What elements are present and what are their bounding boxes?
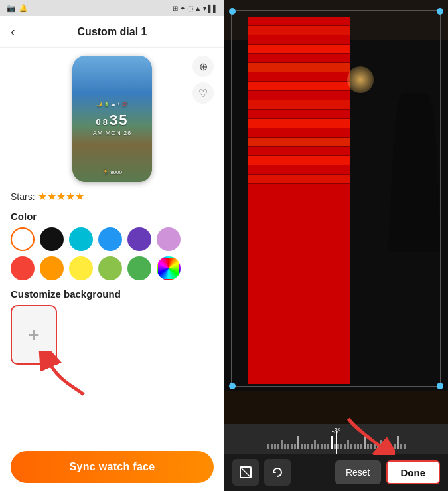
color-red[interactable] [11,256,35,280]
favorite-button[interactable]: ♡ [192,82,214,104]
watch-face-preview: 🌙 🔋 ☁ ✦ 💯 0835 AM MON 26 🏃 8000 [72,56,152,182]
main-content: 🌙 🔋 ☁ ✦ 💯 0835 AM MON 26 🏃 8000 ⊕ ♡ Sta [0,48,224,446]
color-blue[interactable] [98,227,122,251]
color-cyan[interactable] [69,227,93,251]
right-panel: -3° [224,0,448,491]
color-lavender[interactable] [157,227,181,251]
watch-steps: 🏃 8000 [102,169,122,175]
color-section: Color [11,211,214,280]
color-yellow[interactable] [69,256,93,280]
watch-preview-section: 🌙 🔋 ☁ ✦ 💯 0835 AM MON 26 🏃 8000 ⊕ ♡ [11,56,214,182]
color-black[interactable] [40,227,64,251]
done-button[interactable]: Done [386,460,441,484]
color-lime[interactable] [98,256,122,280]
color-green[interactable] [127,256,151,280]
watch-ampm-day: AM MON 26 [93,130,132,136]
person-silhouette [388,93,441,252]
photo-background [224,0,448,424]
preview-actions: ⊕ ♡ [192,56,214,104]
status-bar: 📷🔔 ⊞ ✦ ⬚ ▲ ▾ ▌▌ [0,0,224,16]
add-icon: + [28,324,40,346]
status-left-icons: 📷🔔 [7,4,28,13]
reset-button[interactable]: Reset [335,460,381,484]
watch-time-display: 0835 [96,110,129,128]
status-right-icons: ⊞ ✦ ⬚ ▲ ▾ ▌▌ [173,5,218,12]
svg-line-2 [240,467,251,478]
app-header: ‹ Custom dial 1 [0,16,224,48]
page-title: Custom dial 1 [78,26,147,38]
color-grid [11,227,214,280]
rotate-icon [271,466,284,479]
angle-ruler: -3° [224,424,448,454]
angle-line [336,431,337,454]
back-button[interactable]: ‹ [8,21,18,42]
color-white[interactable] [11,227,35,251]
stars-section: Stars: ★★★★★ [11,190,214,203]
red-blinds-area [248,17,350,384]
color-rainbow[interactable] [157,256,181,280]
crop-tool-button[interactable] [232,459,259,486]
left-panel: 📷🔔 ⊞ ✦ ⬚ ▲ ▾ ▌▌ ‹ Custom dial 1 🌙 🔋 ☁ ✦ … [0,0,224,491]
stars-label: Stars: [11,191,35,202]
customize-bg-section: Customize background + [11,288,214,391]
crop-icon [239,466,252,479]
add-background-button[interactable]: + [11,305,57,365]
photo-edit-area[interactable] [224,0,448,424]
color-orange[interactable] [40,256,64,280]
watch-face-overlay: 🌙 🔋 ☁ ✦ 💯 0835 AM MON 26 🏃 8000 [72,56,152,182]
stars-value: ★★★★★ [38,190,84,203]
color-section-title: Color [11,211,214,222]
color-purple[interactable] [127,227,151,251]
watch-status-icons: 🌙 🔋 ☁ ✦ 💯 [96,102,128,107]
rotate-tool-button[interactable] [264,459,291,486]
sync-button-container: Sync watch face [0,446,224,491]
sync-watch-face-button[interactable]: Sync watch face [11,451,214,483]
customize-bg-title: Customize background [11,288,214,300]
bottom-toolbar: Reset Done [224,454,448,491]
zoom-button[interactable]: ⊕ [192,56,214,77]
